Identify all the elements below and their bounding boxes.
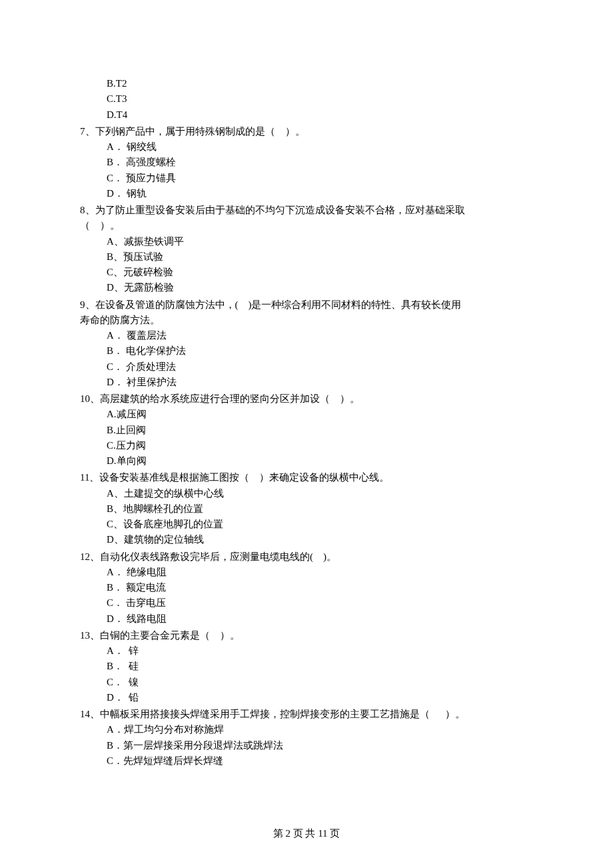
option-item: D、无露筋检验 <box>107 280 533 295</box>
option-item: B． 额定电流 <box>107 580 533 595</box>
option-item: B． 高强度螺栓 <box>107 155 533 170</box>
option-item: B、预压试验 <box>107 249 533 265</box>
question-stem: 12、自动化仪表线路敷设完毕后，应测量电缆电线的( )。 <box>80 549 533 565</box>
option-item: B、地脚螺栓孔的位置 <box>107 501 533 517</box>
question-stem: 8、为了防止重型设备安装后由于基础的不均匀下沉造成设备安装不合格，应对基础采取 … <box>80 203 533 234</box>
question-7: 7、下列钢产品中，属于用特殊钢制成的是（ ）。 A． 钢绞线 B． 高强度螺栓 … <box>80 124 533 201</box>
option-item: A．焊工均匀分布对称施焊 <box>107 722 533 737</box>
question-options: A．焊工均匀分布对称施焊 B．第一层焊接采用分段退焊法或跳焊法 C．先焊短焊缝后… <box>80 722 533 769</box>
question-12: 12、自动化仪表线路敷设完毕后，应测量电缆电线的( )。 A． 绝缘电阻 B． … <box>80 549 533 627</box>
option-item: D.单向阀 <box>107 453 533 469</box>
option-item: B． 电化学保护法 <box>107 343 533 359</box>
option-item: C、设备底座地脚孔的位置 <box>107 517 533 532</box>
question-options: A、减振垫铁调平 B、预压试验 C、元破碎检验 D、无露筋检验 <box>80 234 533 296</box>
option-item: B． 硅 <box>107 659 533 674</box>
document-page: B.T2 C.T3 D.T4 7、下列钢产品中，属于用特殊钢制成的是（ ）。 A… <box>0 0 613 868</box>
question-stem: 11、设备安装基准线是根据施工图按（ ）来确定设备的纵横中心线。 <box>80 470 533 485</box>
option-item: C． 击穿电压 <box>107 595 533 611</box>
option-item: B.T2 <box>107 76 533 91</box>
option-item: C、元破碎检验 <box>107 265 533 280</box>
option-item: A、土建提交的纵横中心线 <box>107 486 533 501</box>
option-item: A． 锌 <box>107 643 533 659</box>
question-13: 13、白铜的主要合金元素是（ ）。 A． 锌 B． 硅 C． 镍 D． 铅 <box>80 628 533 705</box>
option-item: A、减振垫铁调平 <box>107 234 533 249</box>
question-options: A． 覆盖层法 B． 电化学保护法 C． 介质处理法 D． 衬里保护法 <box>80 328 533 390</box>
option-item: C.压力阀 <box>107 438 533 453</box>
orphan-options-block: B.T2 C.T3 D.T4 <box>80 76 533 123</box>
question-options: A、土建提交的纵横中心线 B、地脚螺栓孔的位置 C、设备底座地脚孔的位置 D、建… <box>80 486 533 548</box>
option-item: D． 线路电阻 <box>107 611 533 627</box>
option-item: A.减压阀 <box>107 407 533 422</box>
question-11: 11、设备安装基准线是根据施工图按（ ）来确定设备的纵横中心线。 A、土建提交的… <box>80 470 533 547</box>
option-item: C.T3 <box>107 91 533 107</box>
option-item: C． 介质处理法 <box>107 359 533 375</box>
question-stem: 10、高层建筑的给水系统应进行合理的竖向分区并加设（ ）。 <box>80 391 533 407</box>
question-14: 14、中幅板采用搭接接头焊缝采用手工焊接，控制焊接变形的主要工艺措施是（ ）。 … <box>80 707 533 769</box>
option-item: C． 镍 <box>107 675 533 690</box>
option-item: C． 预应力锚具 <box>107 171 533 186</box>
question-8: 8、为了防止重型设备安装后由于基础的不均匀下沉造成设备安装不合格，应对基础采取 … <box>80 203 533 296</box>
option-item: A． 绝缘电阻 <box>107 565 533 580</box>
option-item: A． 钢绞线 <box>107 139 533 155</box>
option-item: D． 钢轨 <box>107 186 533 201</box>
option-item: D． 铅 <box>107 690 533 705</box>
option-item: D、建筑物的定位轴线 <box>107 532 533 547</box>
question-stem: 14、中幅板采用搭接接头焊缝采用手工焊接，控制焊接变形的主要工艺措施是（ ）。 <box>80 707 533 722</box>
option-item: B．第一层焊接采用分段退焊法或跳焊法 <box>107 738 533 753</box>
question-options: A． 钢绞线 B． 高强度螺栓 C． 预应力锚具 D． 钢轨 <box>80 139 533 201</box>
page-footer: 第 2 页 共 11 页 <box>0 826 613 841</box>
option-item: C．先焊短焊缝后焊长焊缝 <box>107 753 533 769</box>
option-item: A． 覆盖层法 <box>107 328 533 343</box>
question-9: 9、在设备及管道的防腐蚀方法中，( )是一种综合利用不同材料的特性、具有较长使用… <box>80 297 533 391</box>
option-item: B.止回阀 <box>107 423 533 438</box>
question-10: 10、高层建筑的给水系统应进行合理的竖向分区并加设（ ）。 A.减压阀 B.止回… <box>80 391 533 469</box>
question-stem: 9、在设备及管道的防腐蚀方法中，( )是一种综合利用不同材料的特性、具有较长使用… <box>80 297 533 329</box>
question-options: A． 锌 B． 硅 C． 镍 D． 铅 <box>80 643 533 705</box>
option-item: D.T4 <box>107 107 533 123</box>
question-options: A． 绝缘电阻 B． 额定电流 C． 击穿电压 D． 线路电阻 <box>80 565 533 627</box>
question-stem: 7、下列钢产品中，属于用特殊钢制成的是（ ）。 <box>80 124 533 139</box>
question-options: A.减压阀 B.止回阀 C.压力阀 D.单向阀 <box>80 407 533 469</box>
option-item: D． 衬里保护法 <box>107 375 533 390</box>
question-stem: 13、白铜的主要合金元素是（ ）。 <box>80 628 533 643</box>
